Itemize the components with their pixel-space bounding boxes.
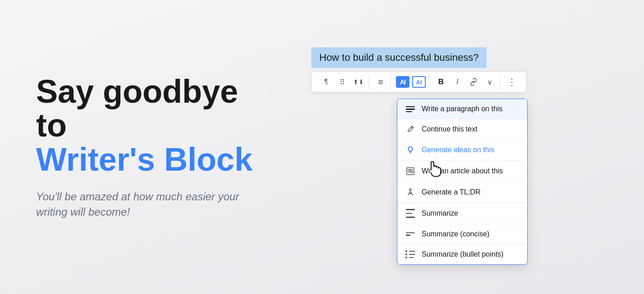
subtitle: You'll be amazed at how much easier your…: [36, 189, 253, 219]
menu-item-write-paragraph[interactable]: Write a paragraph on this: [397, 99, 527, 119]
article-icon: [405, 167, 415, 176]
bulb-icon: [405, 145, 415, 154]
lines-icon: [405, 106, 415, 113]
menu-item-continue-text-label: Continue this text: [422, 125, 478, 133]
ai-outline-icon: AI: [412, 76, 426, 88]
menu-item-summarize-concise[interactable]: Summarize (concise): [397, 224, 527, 244]
toolbar-group-1: ¶ ⠿ ⬆⬇: [316, 75, 369, 89]
menu-item-summarize-label: Summarize: [422, 209, 458, 217]
ai-filled-icon: AI: [396, 76, 409, 88]
svg-rect-2: [411, 172, 413, 173]
tldr-icon: [405, 188, 415, 197]
menu-item-summarize-concise-label: Summarize (concise): [422, 230, 489, 238]
left-section: Say goodbye to Writer's Block You'll be …: [0, 48, 298, 247]
arrows-button[interactable]: ⬆⬇: [351, 75, 366, 89]
menu-item-generate-tldr-label: Generate a TL;DR: [422, 188, 480, 196]
menu-item-generate-tldr[interactable]: Generate a TL;DR: [397, 182, 527, 203]
menu-item-write-article-label: Write an article about this: [422, 167, 503, 175]
menu-item-write-article[interactable]: Write an article about this: [397, 161, 527, 182]
summarize-concise-icon: [405, 232, 415, 236]
link-icon: [469, 78, 478, 86]
more-options-button[interactable]: ⋮: [505, 75, 519, 89]
toolbar-group-5: ⋮: [502, 75, 522, 89]
align-button[interactable]: ≡: [373, 75, 388, 89]
toolbar-group-2: ≡: [371, 75, 391, 89]
menu-item-summarize-bullets[interactable]: Summarize (bullet points): [397, 244, 527, 264]
menu-item-generate-ideas-label: Generate ideas on this: [422, 146, 494, 154]
toolbar-group-3: AI AI: [393, 75, 429, 89]
summarize-icon: [405, 209, 415, 218]
ai-outline-button[interactable]: AI: [412, 75, 426, 89]
link-button[interactable]: [466, 75, 481, 89]
menu-item-continue-text[interactable]: Continue this text: [397, 119, 527, 140]
drag-button[interactable]: ⠿: [335, 75, 350, 89]
editor-toolbar: ¶ ⠿ ⬆⬇ ≡ AI AI B I ∨: [311, 72, 527, 92]
italic-button[interactable]: I: [450, 75, 465, 89]
menu-item-write-paragraph-label: Write a paragraph on this: [422, 105, 502, 113]
ai-filled-button[interactable]: AI: [396, 75, 410, 89]
selected-text: How to build a successful business?: [311, 47, 487, 68]
menu-item-summarize-bullets-label: Summarize (bullet points): [422, 250, 503, 258]
pencil-icon: [405, 125, 415, 133]
chevron-down-button[interactable]: ∨: [483, 75, 497, 89]
toolbar-group-4: B I ∨: [431, 75, 500, 89]
summarize-bullets-icon: [405, 250, 415, 258]
right-section: How to build a successful business? ¶ ⠿ …: [298, 29, 644, 265]
svg-rect-1: [407, 167, 414, 175]
menu-item-summarize[interactable]: Summarize: [397, 203, 527, 224]
headline-line1: Say goodbye to: [36, 75, 271, 143]
ai-dropdown-menu: Write a paragraph on this Continue this …: [397, 99, 528, 265]
bold-button[interactable]: B: [434, 75, 448, 89]
menu-item-generate-ideas[interactable]: Generate ideas on this: [397, 140, 527, 161]
paragraph-button[interactable]: ¶: [319, 75, 333, 89]
headline-line2: Writer's Block: [36, 143, 271, 177]
